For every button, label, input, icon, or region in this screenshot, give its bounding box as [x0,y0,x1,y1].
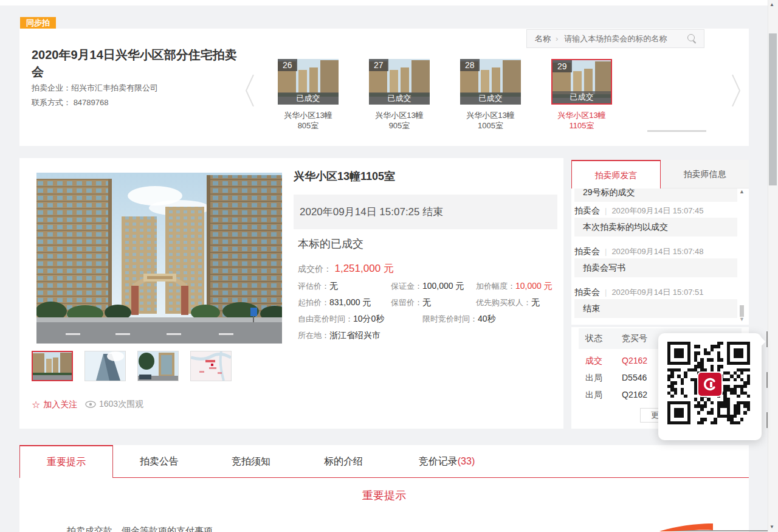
bid-header-number: 竞买号 [622,333,647,344]
lot-number-badge: 28 [460,59,480,71]
field-start-price: 起拍价：831,000 元 [298,297,371,308]
tab-auction-announcement[interactable]: 拍卖公告 [114,445,205,478]
company-value: 绍兴市汇丰拍卖有限公司 [71,83,158,92]
messages-scroll-up-icon[interactable]: ▲ [739,188,745,195]
scroll-up-icon[interactable]: ▲ [769,2,774,7]
carousel-prev-button[interactable] [244,73,255,108]
lot-thumbnail-photo[interactable]: 27 已成交 [369,59,430,105]
field-reserve-price: 保留价：无 [391,297,431,308]
field-free-bid-time: 自由竞价时间：10分0秒 [298,313,384,325]
search-icon[interactable] [687,34,697,44]
eye-icon [85,401,96,408]
rocket-flame-icon [659,522,714,532]
message-bubble: 29号标的成交 [574,188,737,202]
bid-records-count: (33) [458,456,475,466]
bid-header-status: 状态 [585,333,622,344]
carousel-item[interactable]: 28 已成交 兴华小区13幢1005室 [460,59,521,131]
sold-overlay: 已成交 [460,92,521,105]
lot-number-badge: 26 [278,59,297,71]
field-deposit: 保证金：100,000 元 [391,280,464,292]
carousel-item[interactable]: 26 已成交 兴华小区13幢805室 [278,59,339,131]
end-time-banner: 2020年09月14日 15:07:25 结束 [294,195,557,229]
tab-bid-records[interactable]: 竞价记录(33) [395,445,498,478]
lot-number-badge: 29 [553,60,572,72]
auction-company-line: 拍卖企业：绍兴市汇丰拍卖有限公司 [32,83,158,94]
field-priority-buyer: 优先购买权人：无 [476,297,540,308]
star-icon: ☆ [32,399,40,410]
messages-scroll-down-icon[interactable]: ▼ [739,316,745,322]
follow-button[interactable]: ☆ 加入关注 [32,399,77,410]
gallery-thumb[interactable] [137,351,179,381]
carousel-caption[interactable]: 兴华小区13幢805室 [278,110,339,131]
deal-price-value: 1,251,000 元 [334,263,393,274]
field-location: 所在地：浙江省绍兴市 [298,330,380,341]
message-header: 拍卖会|2020年09月14日 15:07:45 [574,206,703,216]
lot-main-photo[interactable] [36,173,282,344]
sold-overlay: 已成交 [553,91,611,103]
contact-value: 84789768 [74,98,109,107]
tab-lot-introduction[interactable]: 标的介绍 [298,445,389,478]
tab-auctioneer-speech[interactable]: 拍卖师发言 [571,160,661,188]
carousel-caption[interactable]: 兴华小区13幢905室 [369,110,430,131]
carousel-item[interactable]: 27 已成交 兴华小区13幢905室 [369,59,430,131]
qr-logo [697,371,723,397]
chevron-right-icon: › [556,34,558,43]
auctioneer-message-list[interactable]: 29号标的成交 拍卖会|2020年09月14日 15:07:45 本次拍卖标的均… [571,188,749,325]
lot-status-banner: 本标的已成交 [298,237,363,251]
deal-price-label: 成交价： [298,264,332,274]
page-scrollbar-thumb[interactable] [769,33,777,185]
message-bubble: 本次拍卖标的均以成交 [574,218,737,237]
lot-title: 兴华小区13幢1105室 [294,169,395,184]
follow-label[interactable]: 加入关注 [43,399,77,410]
lot-thumbnail-photo[interactable]: 28 已成交 [460,59,521,105]
auction-contact-line: 联系方式： 84789768 [32,97,108,108]
sync-auction-badge: 同步拍 [20,17,56,29]
lot-number-badge: 27 [369,59,388,71]
search-input[interactable] [563,33,687,44]
carousel-next-button[interactable] [731,73,742,108]
search-category-select[interactable]: 名称 [535,33,551,44]
tab-bidding-instructions[interactable]: 竞拍须知 [205,445,297,478]
sold-overlay: 已成交 [369,92,430,105]
views-counter: 1603次围观 [85,399,143,410]
gallery-thumb-map[interactable] [190,351,232,381]
message-bubble: 拍卖会写书 [574,258,737,277]
carousel-item-selected[interactable]: 29 已成交 兴华小区13幢1105室 [551,59,612,131]
notice-body-preview: 拍卖成交款、佣金等款项的支付事项 [67,525,213,532]
deal-price-row: 成交价： 1,251,000 元 [298,261,394,275]
auction-title: 2020年9月14日兴华小区部分住宅拍卖会 [32,46,238,80]
search-bar[interactable]: 名称 › [526,29,704,48]
tab-important-notice[interactable]: 重要提示 [19,445,113,478]
company-label: 拍卖企业： [32,83,71,92]
field-increment: 加价幅度：10,000 元 [476,280,553,292]
message-header: 拍卖会|2020年09月14日 15:07:48 [574,246,703,257]
top-strip [0,0,768,5]
sold-overlay: 已成交 [278,92,339,105]
notice-heading: 重要提示 [19,488,749,503]
bid-records-label: 竞价记录 [419,456,458,466]
gallery-thumb[interactable] [84,351,126,381]
lot-thumbnail-photo[interactable]: 26 已成交 [278,59,339,105]
messages-scrollbar-thumb[interactable] [740,305,744,317]
field-appraisal: 评估价：无 [298,280,338,292]
carousel-caption[interactable]: 兴华小区13幢1105室 [551,110,612,131]
tab-auctioneer-info[interactable]: 拍卖师信息 [661,160,749,188]
message-bubble: 结束 [574,299,737,318]
field-limited-bid-time: 限时竞价时间：40秒 [422,313,496,325]
views-label: 1603次围观 [99,399,143,410]
carousel-scroll-indicator[interactable] [647,130,706,132]
contact-label: 联系方式： [32,98,71,107]
scroll-down-icon[interactable]: ▼ [769,524,774,530]
lot-thumbnail-photo[interactable]: 29 已成交 [551,59,612,105]
carousel-caption[interactable]: 兴华小区13幢1005室 [460,110,521,131]
gallery-thumb-selected[interactable] [32,351,73,381]
message-header: 拍卖会|2020年09月14日 15:07:51 [574,287,703,298]
